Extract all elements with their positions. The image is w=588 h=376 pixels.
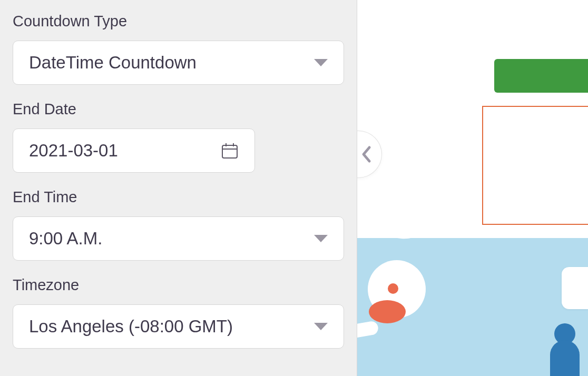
svg-marker-5 (314, 235, 328, 242)
preview-white-card (562, 267, 588, 309)
countdown-type-field: Countdown Type DateTime Countdown (13, 13, 344, 85)
end-time-select[interactable]: 9:00 A.M. (13, 216, 344, 261)
preview-person-illustration (545, 323, 582, 376)
end-date-label: End Date (13, 101, 344, 118)
timezone-value: Los Angeles (-08:00 GMT) (29, 316, 233, 337)
preview-green-button (494, 59, 588, 93)
end-date-value: 2021-03-01 (29, 141, 118, 161)
countdown-type-label: Countdown Type (13, 13, 344, 30)
preview-selected-element[interactable] (482, 106, 588, 225)
chevron-left-icon (360, 145, 372, 163)
timezone-select[interactable]: Los Angeles (-08:00 GMT) (13, 304, 344, 349)
svg-rect-1 (222, 145, 237, 158)
settings-panel: Countdown Type DateTime Countdown End Da… (0, 0, 357, 376)
end-date-field: End Date 2021-03-01 (13, 101, 344, 173)
end-date-input[interactable]: 2021-03-01 (13, 128, 255, 173)
end-time-field: End Time 9:00 A.M. (13, 189, 344, 261)
chevron-down-icon (314, 322, 328, 331)
countdown-type-value: DateTime Countdown (29, 53, 197, 73)
countdown-type-select[interactable]: DateTime Countdown (13, 41, 344, 85)
end-time-label: End Time (13, 189, 344, 206)
timezone-label: Timezone (13, 276, 344, 294)
svg-marker-6 (314, 323, 328, 330)
end-time-value: 9:00 A.M. (29, 229, 102, 249)
calendar-icon (221, 142, 239, 160)
preview-illustration-sky (357, 238, 588, 376)
preview-bear-illustration (357, 250, 442, 355)
chevron-down-icon (314, 234, 328, 243)
svg-marker-0 (314, 59, 328, 66)
preview-canvas (357, 0, 588, 376)
chevron-down-icon (314, 58, 328, 67)
timezone-field: Timezone Los Angeles (-08:00 GMT) (13, 276, 344, 349)
